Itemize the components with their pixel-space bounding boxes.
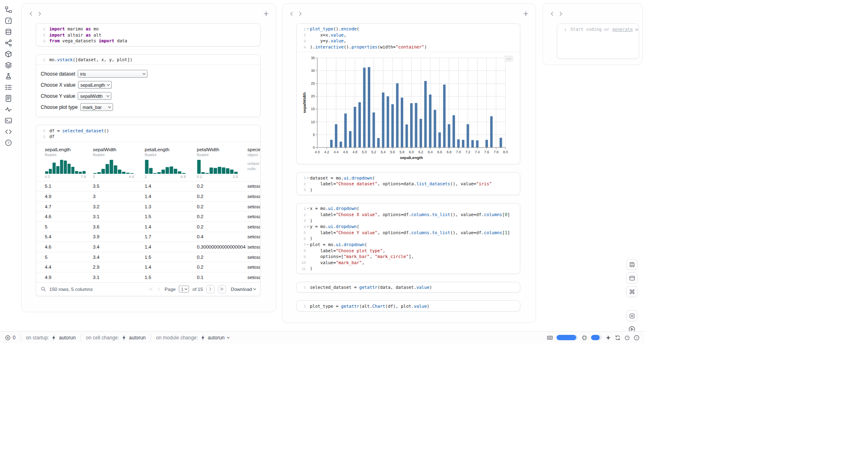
cell-selected-dataset[interactable]: 1selected_dataset = getattr(data, datase… bbox=[296, 282, 520, 293]
code-editor[interactable]: 1df = selected_dataset()2df bbox=[36, 125, 260, 141]
scroll-to-cell-button[interactable] bbox=[626, 310, 637, 321]
column-prev-button[interactable] bbox=[549, 10, 556, 17]
file-tree-icon[interactable] bbox=[3, 4, 14, 15]
scratchpad-icon[interactable] bbox=[3, 71, 14, 82]
layers-icon[interactable] bbox=[3, 60, 14, 71]
cell-dataframe[interactable]: 1df = selected_dataset()2df sepalLengthf… bbox=[36, 125, 261, 296]
dropdown-select[interactable]: sepalWidth bbox=[78, 92, 111, 100]
table-cell: 1.5 bbox=[145, 255, 197, 260]
table-cell: 0.2 bbox=[197, 214, 247, 219]
column-prev-button[interactable] bbox=[288, 10, 295, 17]
last-page-button[interactable] bbox=[218, 285, 226, 293]
packages-icon[interactable] bbox=[3, 48, 14, 60]
code-editor[interactable]: 1plot_type = getattr(alt.Chart(df), plot… bbox=[297, 301, 520, 311]
column-header-sepalWidth[interactable]: sepalWidthfloat6424.4 bbox=[93, 147, 145, 179]
line-number: 2 bbox=[297, 182, 306, 186]
cell-new-empty[interactable]: 1 Start coding or generate with AI. bbox=[557, 23, 639, 59]
code-editor[interactable]: 1x = mo.ui.dropdown(2 label="Choose X va… bbox=[297, 203, 520, 274]
datasources-icon[interactable] bbox=[3, 26, 14, 37]
table-cell: setosa bbox=[247, 204, 260, 209]
notebook-column-3: 1 Start coding or generate with AI. bbox=[542, 3, 643, 65]
svg-text:?: ? bbox=[636, 336, 637, 339]
code-editor[interactable]: 1selected_dataset = getattr(data, datase… bbox=[297, 282, 520, 293]
shutdown-kernel-icon[interactable] bbox=[624, 335, 630, 341]
column-next-button[interactable] bbox=[36, 10, 43, 17]
editor-placeholder[interactable]: Start coding or generate with AI. bbox=[570, 27, 639, 32]
code-editor[interactable]: 1plot_type().encode(2 x=x.value,3 y=y.va… bbox=[297, 24, 520, 52]
column-next-button[interactable] bbox=[297, 10, 304, 17]
cell-vstack[interactable]: 1mo.vstack([dataset, x, y, plot]) Choose… bbox=[36, 54, 261, 118]
column-header-sepalLength[interactable]: sepalLengthfloat644.37.9 bbox=[45, 147, 93, 179]
svg-text:?: ? bbox=[7, 141, 9, 145]
run-config-2[interactable]: on cell change:autorun bbox=[86, 335, 145, 341]
table-cell: 0.4 bbox=[197, 234, 247, 239]
generate-with-ai-link[interactable]: generate bbox=[612, 27, 633, 32]
code-editor[interactable]: 1import marimo as mo2import altair as al… bbox=[36, 24, 260, 46]
next-page-button[interactable] bbox=[206, 285, 215, 293]
cell-dataset-dropdown[interactable]: 1dataset = mo.ui.dropdown(2 label="Choos… bbox=[296, 172, 520, 195]
dropdown-select[interactable]: sepalLength bbox=[78, 81, 112, 89]
cell-plot-type[interactable]: 1plot_type = getattr(alt.Chart(df), plot… bbox=[296, 300, 520, 311]
column-header-species[interactable]: speciesobjectunique:nulls: bbox=[247, 147, 260, 179]
line-number: 1 bbox=[36, 128, 45, 133]
dependency-graph-icon[interactable] bbox=[3, 37, 14, 48]
table-row[interactable]: 4.42.91.40.2setosa bbox=[36, 262, 260, 272]
run-config-1[interactable]: on startup:autorun bbox=[26, 335, 76, 341]
table-row[interactable]: 5.43.91.70.4setosa bbox=[36, 232, 260, 242]
ai-assistant-icon[interactable] bbox=[605, 335, 611, 341]
download-button[interactable]: Download bbox=[231, 287, 256, 292]
table-row[interactable]: 5.13.51.40.2setosa bbox=[36, 181, 260, 191]
snippets-icon[interactable] bbox=[3, 126, 14, 137]
table-row[interactable]: 4.63.11.50.2setosa bbox=[36, 211, 260, 221]
documentation-icon[interactable] bbox=[3, 93, 14, 104]
table-row[interactable]: 4.93.11.50.1setosa bbox=[36, 272, 260, 282]
status-bar: 0on startup:autorunon cell change:autoru… bbox=[0, 331, 644, 343]
svg-text:10: 10 bbox=[311, 120, 315, 124]
table-cell: 0.2 bbox=[197, 224, 247, 229]
cell-imports[interactable]: 1import marimo as mo2import altair as al… bbox=[36, 23, 261, 46]
page-select[interactable]: 1 bbox=[179, 286, 189, 293]
column-prev-button[interactable] bbox=[28, 10, 35, 17]
error-indicator[interactable]: 0 bbox=[5, 335, 16, 341]
line-number: 1 bbox=[557, 27, 566, 32]
dropdown-row: Choose datasetiris bbox=[41, 68, 260, 79]
outline-icon[interactable] bbox=[3, 82, 14, 93]
column-next-button[interactable] bbox=[557, 10, 564, 17]
dropdown-label: Choose plot type bbox=[41, 104, 78, 110]
table-row[interactable]: 53.41.50.2setosa bbox=[36, 252, 260, 262]
table-cell: 0.2 bbox=[197, 204, 247, 209]
code-editor[interactable]: 1mo.vstack([dataset, x, y, plot]) bbox=[36, 55, 260, 65]
svg-text:f: f bbox=[7, 18, 10, 23]
dropdown-select[interactable]: mark_bar bbox=[80, 103, 113, 111]
cell-xy-dropdowns[interactable]: 1x = mo.ui.dropdown(2 label="Choose X va… bbox=[296, 203, 520, 274]
keyboard-shortcuts-icon[interactable] bbox=[547, 335, 553, 341]
table-row[interactable]: 4.931.40.2setosa bbox=[36, 191, 260, 201]
restart-kernel-icon[interactable] bbox=[615, 335, 621, 341]
cell-chart[interactable]: 1plot_type().encode(2 x=x.value,3 y=y.va… bbox=[296, 23, 520, 164]
functions-icon[interactable]: f bbox=[3, 15, 14, 26]
svg-text:sepalWidth: sepalWidth bbox=[302, 92, 307, 113]
code-editor[interactable]: 1dataset = mo.ui.dropdown(2 label="Choos… bbox=[297, 173, 520, 195]
first-page-button[interactable] bbox=[148, 287, 153, 292]
dropdown-select[interactable]: iris bbox=[78, 70, 148, 78]
help-icon[interactable]: ? bbox=[3, 137, 14, 148]
table-row[interactable]: 53.61.40.2setosa bbox=[36, 221, 260, 232]
help-icon[interactable]: ? bbox=[634, 335, 639, 341]
tracing-icon[interactable] bbox=[3, 104, 14, 115]
app-view-button[interactable] bbox=[626, 272, 637, 284]
column-header-petalLength[interactable]: petalLengthfloat6416.9 bbox=[145, 147, 197, 179]
machine-stats-icon[interactable] bbox=[582, 335, 587, 341]
prev-page-button[interactable] bbox=[157, 287, 162, 292]
keyboard-shortcuts-button[interactable] bbox=[626, 286, 637, 297]
run-config-3[interactable]: on module change:autorun bbox=[156, 335, 230, 341]
table-row[interactable]: 4.73.21.30.2setosa bbox=[36, 201, 260, 212]
terminal-icon[interactable] bbox=[3, 115, 14, 126]
save-notebook-button[interactable] bbox=[626, 259, 637, 270]
add-cell-button[interactable] bbox=[522, 10, 530, 18]
table-search-button[interactable] bbox=[41, 286, 46, 292]
column-header-petalWidth[interactable]: petalWidthfloat640.12.5 bbox=[197, 147, 247, 179]
add-cell-button[interactable] bbox=[262, 10, 270, 18]
table-row[interactable]: 4.63.41.40.30000000000000004setosa bbox=[36, 242, 260, 252]
chart-actions-button[interactable] bbox=[504, 55, 513, 62]
dropdown-row: Choose X valuesepalLength bbox=[41, 79, 260, 90]
